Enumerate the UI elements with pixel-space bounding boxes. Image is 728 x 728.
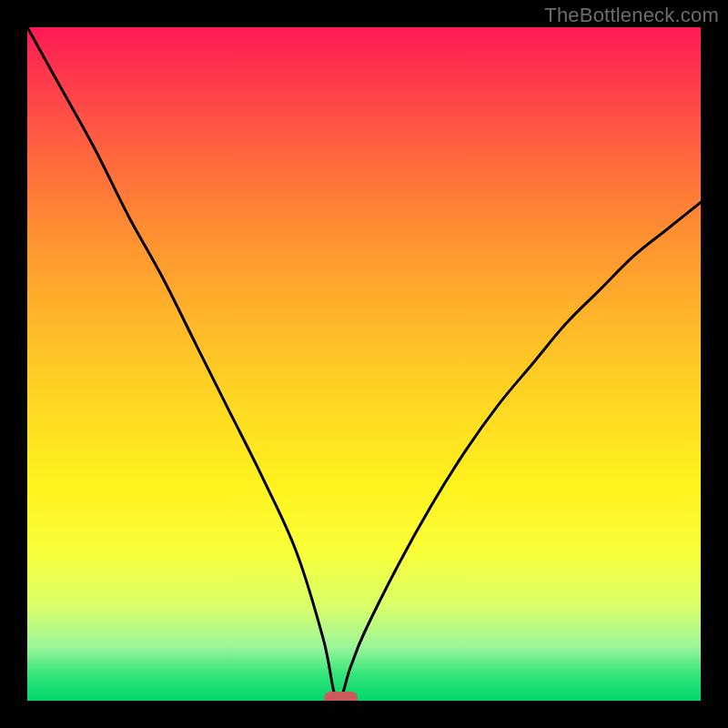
plot-area — [27, 27, 701, 701]
watermark-text: TheBottleneck.com — [544, 4, 719, 27]
bottleneck-curve — [27, 27, 701, 701]
optimum-marker — [324, 692, 358, 701]
curve-svg — [27, 27, 701, 701]
frame-right — [701, 0, 728, 728]
frame-bottom — [0, 701, 728, 728]
frame-left — [0, 0, 27, 728]
